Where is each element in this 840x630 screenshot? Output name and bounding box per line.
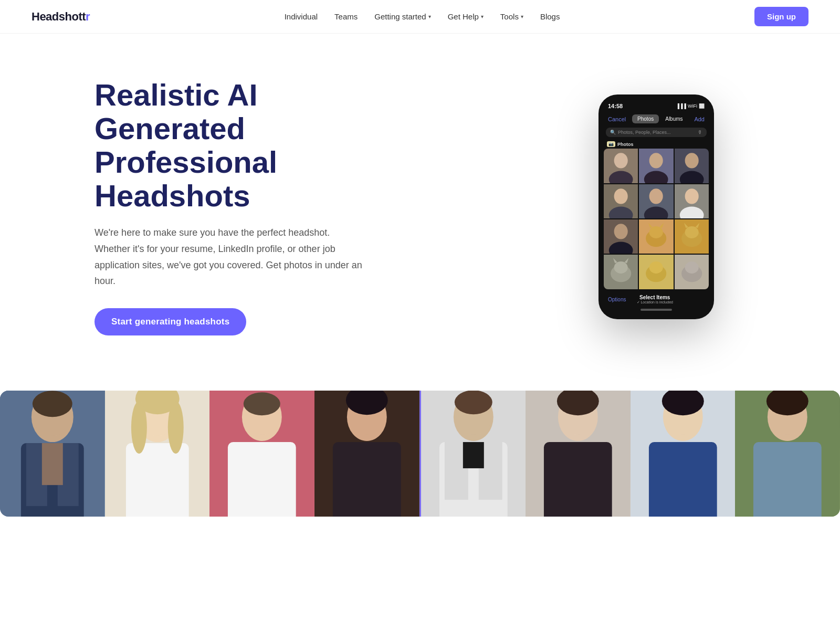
cat-icon — [639, 255, 673, 289]
svg-point-13 — [609, 242, 633, 254]
svg-rect-75 — [753, 442, 822, 517]
gallery-photo-8 — [735, 391, 840, 517]
person-icon — [639, 149, 673, 183]
phone-home-indicator — [604, 306, 709, 312]
person-icon — [209, 391, 314, 517]
svg-point-3 — [644, 171, 668, 183]
wifi-icon: WiFi — [688, 103, 697, 109]
svg-point-23 — [614, 261, 628, 274]
phone-photo-7 — [604, 219, 638, 254]
phone-options-label[interactable]: Options — [608, 297, 626, 302]
person-icon — [604, 219, 638, 254]
nav-get-help[interactable]: Get Help ▾ — [448, 12, 484, 21]
svg-marker-24 — [613, 258, 617, 264]
svg-rect-70 — [649, 442, 717, 517]
gallery-photo-1 — [0, 391, 105, 517]
person-icon — [675, 149, 709, 183]
chevron-down-icon: ▾ — [521, 14, 523, 19]
svg-point-12 — [614, 224, 628, 239]
chevron-down-icon: ▾ — [481, 14, 484, 19]
svg-point-19 — [685, 226, 698, 238]
person-icon — [604, 184, 638, 218]
svg-point-11 — [679, 206, 704, 218]
phone-cancel-label[interactable]: Cancel — [608, 116, 626, 122]
svg-rect-35 — [42, 443, 63, 485]
svg-point-44 — [167, 401, 183, 454]
phone-photo-1 — [604, 149, 638, 183]
phone-location-label: ✓ Location is included — [637, 300, 673, 304]
phone-photo-9 — [675, 219, 709, 254]
phone-photo-4 — [604, 184, 638, 218]
person-icon — [421, 391, 526, 517]
phone-photo-8 — [639, 219, 673, 254]
gallery-item-4 — [314, 391, 419, 517]
svg-point-37 — [33, 391, 72, 417]
svg-point-2 — [649, 153, 663, 168]
svg-rect-47 — [228, 442, 296, 517]
person-icon — [0, 391, 105, 517]
navbar: Headshottr Individual Teams Getting star… — [0, 0, 840, 34]
svg-point-7 — [609, 206, 633, 218]
cat-icon — [675, 219, 709, 254]
hero-text-block: Realistic AI Generated Professional Head… — [94, 78, 388, 335]
logo[interactable]: Headshottr — [32, 10, 90, 24]
person-icon — [604, 149, 638, 183]
signup-button[interactable]: Sign up — [754, 7, 808, 26]
gallery-photo-3 — [209, 391, 314, 517]
gallery-item-1 — [0, 391, 105, 517]
phone-status-icons: ▐▐▐ WiFi ⬜ — [676, 103, 705, 109]
gallery-photo-4 — [314, 391, 419, 517]
nav-links: Individual Teams Getting started ▾ Get H… — [285, 12, 560, 21]
phone-photo-5 — [639, 184, 673, 218]
svg-point-4 — [685, 153, 698, 168]
nav-teams[interactable]: Teams — [334, 12, 358, 21]
phone-tab-photos[interactable]: Photos — [632, 114, 659, 123]
gallery-section — [0, 370, 840, 517]
phone-search-placeholder: Photos, People, Places... — [618, 130, 671, 135]
svg-point-10 — [685, 188, 698, 204]
nav-getting-started[interactable]: Getting started ▾ — [374, 12, 430, 21]
battery-icon: ⬜ — [699, 103, 705, 109]
svg-rect-40 — [126, 443, 189, 517]
person-icon — [631, 391, 736, 517]
cta-button[interactable]: Start generating headshots — [94, 308, 246, 335]
nav-individual[interactable]: Individual — [285, 12, 318, 21]
gallery-strip — [0, 391, 840, 517]
svg-point-1 — [609, 171, 633, 183]
phone-tabs: Photos Albums — [632, 114, 688, 123]
person-icon — [675, 184, 709, 218]
svg-marker-21 — [695, 223, 699, 228]
hero-title: Realistic AI Generated Professional Head… — [94, 78, 388, 212]
nav-tools[interactable]: Tools ▾ — [500, 12, 523, 21]
gallery-photo-7 — [631, 391, 736, 517]
svg-marker-16 — [648, 223, 653, 228]
phone-photo-10 — [604, 255, 638, 289]
svg-point-27 — [649, 261, 663, 274]
hero-description: We're here to make sure you have the per… — [94, 225, 368, 289]
person-icon — [526, 391, 631, 517]
phone-search-bar[interactable]: 🔍 Photos, People, Places... 🎙 — [606, 128, 707, 137]
phone-tab-albums[interactable]: Albums — [660, 114, 688, 123]
svg-point-8 — [649, 188, 663, 204]
svg-point-5 — [679, 171, 704, 183]
gallery-item-5 — [421, 391, 526, 517]
gallery-item-8 — [735, 391, 840, 517]
phone-photo-12 — [675, 255, 709, 289]
signal-icon: ▐▐▐ — [676, 103, 686, 109]
phone-add-label[interactable]: Add — [694, 116, 705, 122]
chevron-down-icon: ▾ — [428, 14, 431, 19]
nav-blogs[interactable]: Blogs — [540, 12, 560, 21]
svg-point-15 — [649, 226, 663, 238]
phone-time: 14:58 — [608, 103, 623, 109]
phone-mockup: 14:58 ▐▐▐ WiFi ⬜ Cancel Photos Albums Ad… — [598, 94, 714, 319]
phone-photo-6 — [675, 184, 709, 218]
phone-status-bar: 14:58 ▐▐▐ WiFi ⬜ — [604, 102, 709, 112]
svg-marker-17 — [660, 223, 664, 228]
svg-rect-60 — [463, 442, 484, 468]
svg-point-43 — [131, 401, 147, 454]
gallery-item-2 — [105, 391, 210, 517]
phone-frame: 14:58 ▐▐▐ WiFi ⬜ Cancel Photos Albums Ad… — [598, 94, 714, 319]
person-icon — [314, 391, 419, 517]
svg-point-62 — [454, 391, 492, 414]
gallery-photo-6 — [526, 391, 631, 517]
